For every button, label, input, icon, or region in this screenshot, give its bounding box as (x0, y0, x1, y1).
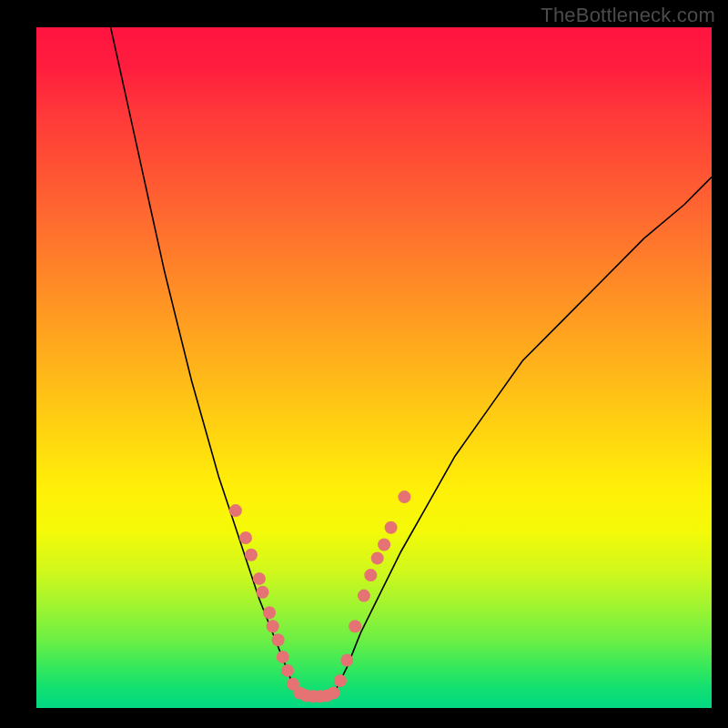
marker-dot (378, 539, 390, 551)
marker-dot (253, 572, 266, 585)
marker-dot (277, 651, 289, 663)
chart-frame: TheBottleneck.com (0, 0, 728, 728)
marker-dot (328, 687, 340, 700)
marker-dot (281, 664, 294, 677)
marker-dot (229, 504, 242, 517)
marker-dot (239, 531, 252, 544)
marker-dot (272, 633, 285, 646)
chart-svg (36, 27, 712, 708)
series-right-curve (334, 177, 713, 694)
marker-dot (257, 586, 269, 599)
marker-dot (358, 590, 370, 602)
plot-area (36, 27, 712, 708)
marker-dot (398, 490, 410, 503)
marker-dot (263, 606, 276, 619)
watermark-text: TheBottleneck.com (541, 4, 715, 27)
marker-dot (334, 674, 347, 687)
marker-dot (385, 521, 398, 534)
chart-series-group (111, 27, 712, 703)
marker-dot (364, 569, 377, 581)
marker-dot (245, 549, 258, 561)
marker-dot (267, 620, 279, 632)
marker-dot (340, 654, 353, 667)
marker-dot (371, 551, 384, 564)
marker-dot (349, 620, 361, 632)
